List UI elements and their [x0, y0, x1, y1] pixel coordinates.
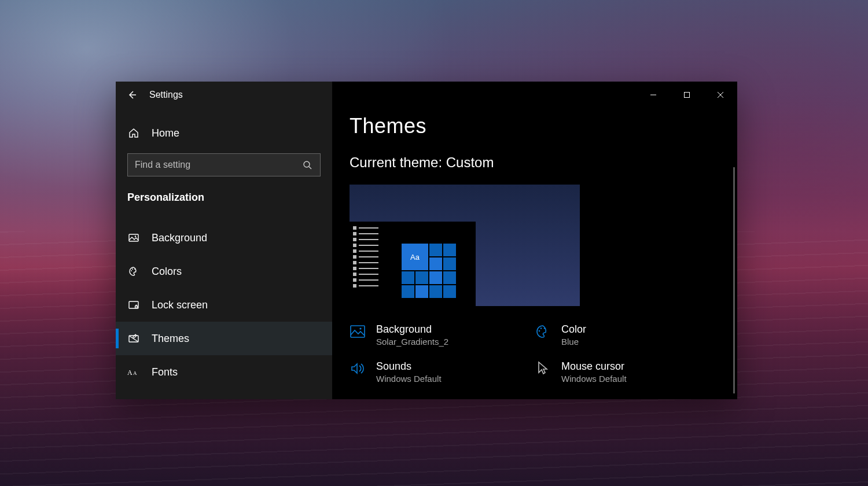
- svg-point-3: [135, 235, 136, 237]
- home-label: Home: [152, 127, 179, 139]
- svg-text:A: A: [133, 370, 137, 376]
- sidebar-item-label: Lock screen: [152, 299, 208, 311]
- arrow-left-icon: [127, 90, 137, 100]
- setting-value: Solar_Gradients_2: [376, 337, 448, 347]
- setting-name: Mouse cursor: [561, 360, 627, 373]
- minimize-icon: [650, 91, 657, 98]
- maximize-button[interactable]: [670, 82, 704, 108]
- sidebar-nav: Background Colors Lock screen Themes: [116, 221, 332, 389]
- setting-sounds[interactable]: Sounds Windows Default: [350, 360, 535, 384]
- svg-rect-13: [685, 93, 690, 98]
- window-title: Settings: [149, 90, 183, 100]
- main-panel: Themes Current theme: Custom: [332, 82, 737, 399]
- svg-point-5: [132, 268, 133, 270]
- settings-window: Settings Home Personalization Background: [116, 82, 737, 399]
- svg-point-6: [134, 268, 135, 270]
- svg-point-19: [540, 327, 542, 329]
- start-menu-preview: Aa: [350, 222, 476, 306]
- sound-icon: [350, 360, 366, 377]
- lockscreen-icon: [127, 299, 140, 311]
- sidebar-item-fonts[interactable]: AA Fonts: [116, 355, 332, 389]
- sidebar-item-lockscreen[interactable]: Lock screen: [116, 288, 332, 322]
- image-icon: [350, 323, 366, 340]
- setting-background[interactable]: Background Solar_Gradients_2: [350, 323, 535, 347]
- image-icon: [127, 231, 140, 244]
- theme-settings-grid: Background Solar_Gradients_2 Color Blue: [350, 323, 720, 384]
- scrollbar[interactable]: [733, 167, 735, 393]
- svg-point-18: [539, 330, 540, 332]
- category-label: Personalization: [127, 192, 321, 204]
- sidebar-item-themes[interactable]: Themes: [116, 322, 332, 355]
- svg-point-20: [544, 327, 546, 329]
- page-title: Themes: [350, 114, 720, 138]
- palette-icon: [535, 323, 551, 340]
- svg-rect-8: [135, 306, 138, 308]
- sidebar: Settings Home Personalization Background: [116, 82, 332, 399]
- svg-rect-2: [129, 234, 138, 241]
- search-icon: [303, 160, 313, 170]
- theme-preview: Aa: [350, 185, 580, 306]
- minimize-button[interactable]: [637, 82, 670, 108]
- window-controls: [637, 82, 737, 108]
- sidebar-item-colors[interactable]: Colors: [116, 255, 332, 288]
- tile-grid: Aa: [402, 244, 455, 303]
- sidebar-item-label: Fonts: [152, 366, 178, 378]
- titlebar: Settings: [116, 82, 332, 108]
- setting-name: Color: [561, 323, 586, 336]
- sidebar-item-label: Themes: [152, 333, 189, 345]
- svg-point-0: [304, 161, 310, 167]
- setting-color[interactable]: Color Blue: [535, 323, 720, 347]
- setting-name: Sounds: [376, 360, 442, 373]
- fonts-icon: AA: [127, 366, 140, 378]
- setting-value: Windows Default: [561, 374, 627, 384]
- current-theme-label: Current theme: Custom: [350, 154, 720, 171]
- content: Themes Current theme: Custom: [332, 82, 737, 384]
- home-icon: [127, 127, 140, 139]
- setting-name: Background: [376, 323, 448, 336]
- search-input[interactable]: [135, 160, 297, 170]
- maximize-icon: [683, 91, 690, 98]
- palette-icon: [127, 265, 140, 278]
- sidebar-item-label: Background: [152, 232, 207, 244]
- svg-point-4: [131, 270, 132, 271]
- svg-text:A: A: [127, 369, 133, 377]
- home-nav[interactable]: Home: [116, 119, 332, 148]
- sidebar-item-background[interactable]: Background: [116, 221, 332, 255]
- close-button[interactable]: [704, 82, 737, 108]
- svg-rect-16: [351, 326, 365, 337]
- svg-point-17: [359, 327, 361, 329]
- setting-value: Windows Default: [376, 374, 442, 384]
- back-button[interactable]: [127, 90, 137, 100]
- themes-icon: [127, 332, 140, 345]
- setting-value: Blue: [561, 337, 586, 347]
- setting-mouse-cursor[interactable]: Mouse cursor Windows Default: [535, 360, 720, 384]
- svg-line-1: [309, 167, 311, 169]
- close-icon: [717, 91, 724, 98]
- sidebar-item-label: Colors: [152, 266, 182, 278]
- cursor-icon: [535, 360, 551, 377]
- search-box[interactable]: [127, 153, 321, 176]
- preview-tile-aa: Aa: [402, 244, 428, 270]
